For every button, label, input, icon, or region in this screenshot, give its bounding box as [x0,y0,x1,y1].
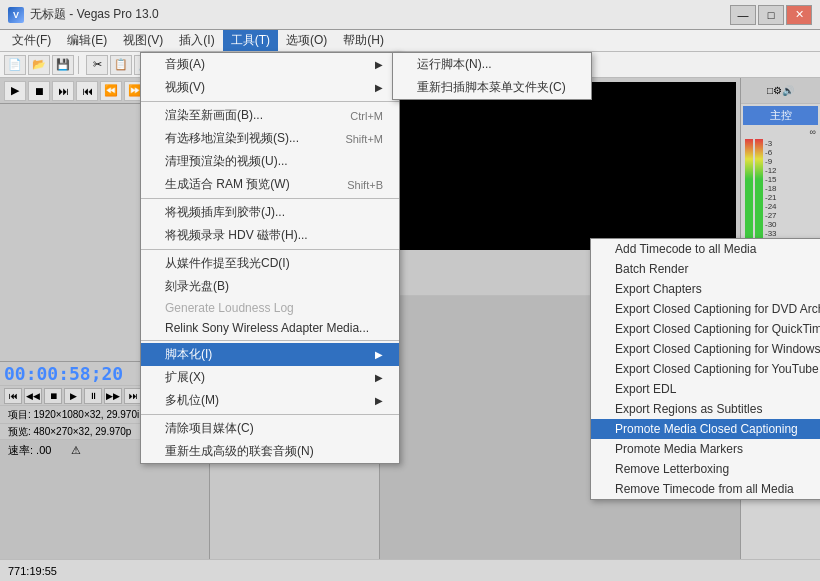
menu-arrow-audio: ▶ [375,59,383,70]
menu-rescan-scripts[interactable]: 重新扫插脚本菜单文件夹(C) [393,76,591,99]
sep3 [141,249,399,250]
shortcut-render-sel: Shift+M [345,133,383,145]
script-export-cc-yt[interactable]: Export Closed Captioning for YouTube [591,359,820,379]
script-export-cc-qt[interactable]: Export Closed Captioning for QuickTime [591,319,820,339]
menu-gen-ram[interactable]: 生成适合 RAM 预览(W) Shift+B [141,173,399,196]
menu-run-script[interactable]: 运行脚本(N)... [393,53,591,76]
menu-print-tape[interactable]: 将视频插库到胶带(J)... [141,201,399,224]
menu-arrow-ext: ▶ [375,372,383,383]
menu-gen-loudness: Generate Loudness Log [141,298,399,318]
menu-arrow-scripting: ▶ [375,349,383,360]
menu-arrow-video: ▶ [375,82,383,93]
menu-clean-render[interactable]: 清理预渲染的视频(U)... [141,150,399,173]
menu-render-new[interactable]: 渲染至新画面(B)... Ctrl+M [141,104,399,127]
script-promote-markers[interactable]: Promote Media Markers [591,439,820,459]
menu-arrow-multicam: ▶ [375,395,383,406]
script-export-chapters[interactable]: Export Chapters [591,279,820,299]
menu-extensions[interactable]: 扩展(X) ▶ [141,366,399,389]
shortcut-render-new: Ctrl+M [350,110,383,122]
script-remove-letterbox[interactable]: Remove Letterboxing [591,459,820,479]
script-export-regions[interactable]: Export Regions as Subtitles [591,399,820,419]
dropdown-overlay: 音频(A) ▶ 视频(V) ▶ 渲染至新画面(B)... Ctrl+M 有选移地… [0,0,820,581]
sep1 [141,101,399,102]
menu-scripting[interactable]: 脚本化(I) ▶ [141,343,399,366]
shortcut-gen-ram: Shift+B [347,179,383,191]
menu-relink-sony[interactable]: Relink Sony Wireless Adapter Media... [141,318,399,338]
sep5 [141,414,399,415]
sep2 [141,198,399,199]
tools-menu: 音频(A) ▶ 视频(V) ▶ 渲染至新画面(B)... Ctrl+M 有选移地… [140,52,400,464]
scripting-submenu: 运行脚本(N)... 重新扫插脚本菜单文件夹(C) [392,52,592,100]
script-promote-cc[interactable]: Promote Media Closed Captioning [591,419,820,439]
sep4 [141,340,399,341]
menu-video[interactable]: 视频(V) ▶ [141,76,399,99]
menu-extract-cd[interactable]: 从媒件作提至我光CD(I) [141,252,399,275]
menu-render-sel[interactable]: 有选移地渲染到视频(S)... Shift+M [141,127,399,150]
script-export-edl[interactable]: Export EDL [591,379,820,399]
script-batch-render[interactable]: Batch Render [591,259,820,279]
script-export-cc-dvd[interactable]: Export Closed Captioning for DVD Archite… [591,299,820,319]
script-list-submenu: Add Timecode to all Media Batch Render E… [590,238,820,500]
menu-audio[interactable]: 音频(A) ▶ [141,53,399,76]
menu-print-hdv[interactable]: 将视频录录 HDV 磁带(H)... [141,224,399,247]
menu-burn-disc[interactable]: 刻录光盘(B) [141,275,399,298]
menu-clear-media[interactable]: 清除项目媒体(C) [141,417,399,440]
script-add-timecode[interactable]: Add Timecode to all Media [591,239,820,259]
script-export-cc-wmp[interactable]: Export Closed Captioning for Windows Med… [591,339,820,359]
script-remove-timecode[interactable]: Remove Timecode from all Media [591,479,820,499]
menu-multicam[interactable]: 多机位(M) ▶ [141,389,399,412]
menu-regen-audio[interactable]: 重新生成高级的联套音频(N) [141,440,399,463]
